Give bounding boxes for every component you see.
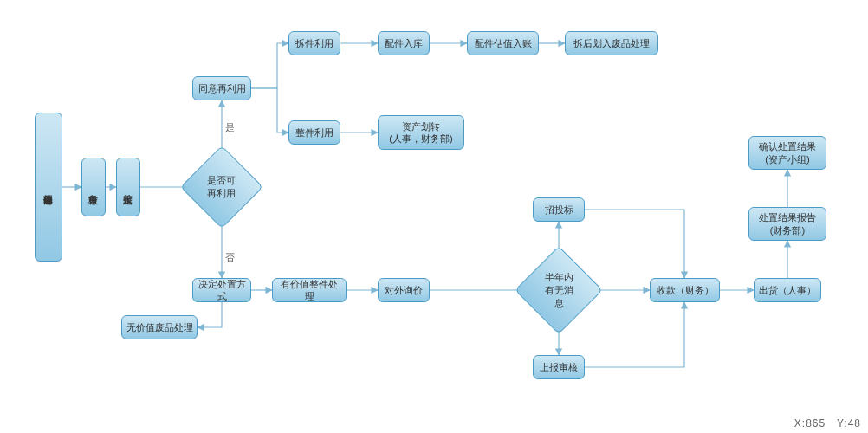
status-x-value: 865 [806, 417, 826, 430]
edge-label-yes: 是 [225, 121, 235, 134]
status-x-label: X: [794, 417, 806, 430]
node-dept-application: 各部门报表申请单 [35, 113, 62, 262]
node-parts-valuation: 配件估值入账 [467, 31, 539, 55]
node-external-inquiry: 对外询价 [378, 278, 430, 302]
node-finance-review: 财务审核 [81, 158, 106, 216]
node-whole-use: 整件利用 [288, 120, 340, 145]
decision-half-year-news: 半年内有无消息 [528, 259, 590, 321]
node-tender: 招投标 [533, 197, 585, 222]
edge-label-no: 否 [225, 251, 235, 264]
node-tech-evaluation: 技术鉴定 [116, 158, 140, 216]
node-approve-reuse: 同意再利用 [192, 76, 251, 100]
node-worthless-scrap: 无价值废品处理 [121, 315, 198, 339]
node-ship-goods: 出货（人事） [754, 278, 821, 302]
node-disposition-method: 决定处置方式 [192, 278, 251, 302]
decision-reusable: 是否可再利用 [192, 158, 251, 216]
node-asset-transfer: 资产划转 (人事，财务部) [378, 115, 464, 150]
node-confirm-result: 确认处置结果 (资产小组) [748, 136, 826, 170]
node-scrap-after-dismantle: 拆后划入废品处理 [565, 31, 658, 55]
node-report-review: 上报审核 [533, 355, 585, 379]
statusbar: X:865 Y:48 [794, 417, 861, 430]
node-valuable-whole: 有价值整件处理 [272, 278, 347, 302]
node-dismantle-use: 拆件利用 [288, 31, 340, 55]
node-disposal-report: 处置结果报告 (财务部) [748, 207, 826, 241]
node-parts-storage: 配件入库 [378, 31, 430, 55]
status-y-label: Y: [837, 417, 848, 430]
flowchart-edges [0, 0, 868, 433]
status-y-value: 48 [848, 417, 861, 430]
node-collect-payment: 收款（财务） [650, 278, 720, 302]
